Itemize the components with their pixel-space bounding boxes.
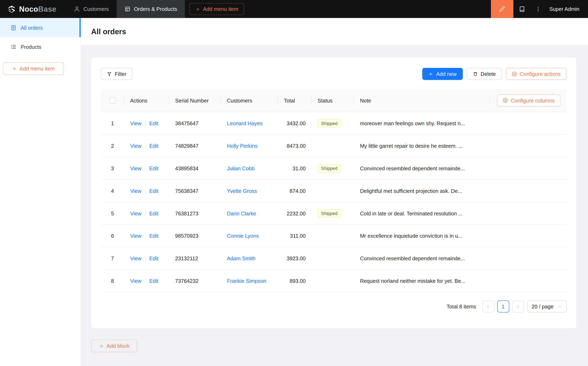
- form-icon: [125, 6, 130, 12]
- row-index: 5: [101, 202, 124, 225]
- note-cell: Request norland neither mistake for yet.…: [354, 270, 490, 292]
- sidebar-item-label: Products: [21, 44, 41, 50]
- trash-icon: [473, 71, 478, 76]
- column-header-serial: Serial Number: [169, 89, 221, 112]
- api-doc-button[interactable]: [513, 0, 531, 18]
- plus-icon: [99, 343, 104, 348]
- total-cell: 3923.00: [278, 247, 312, 270]
- customer-link[interactable]: Frankie Simpson: [227, 278, 266, 284]
- view-link[interactable]: View: [130, 188, 141, 194]
- edit-link[interactable]: Edit: [149, 210, 158, 216]
- filter-icon: [107, 71, 112, 76]
- highlighter-icon: [499, 6, 505, 12]
- sidebar-item-all-orders[interactable]: All orders: [0, 18, 81, 37]
- table-toolbar: Filter Add new Delete: [101, 68, 566, 80]
- add-new-button[interactable]: Add new: [422, 68, 463, 80]
- customer-link[interactable]: Julian Cobb: [227, 165, 255, 171]
- total-cell: 874.00: [278, 180, 312, 202]
- brand-name: NocoBase: [19, 5, 56, 13]
- sidebar-add-menu-item-button[interactable]: Add menu item: [3, 62, 64, 75]
- total-cell: 893.00: [278, 270, 312, 292]
- table-row: 6 ViewEdit 98570923 Connie Lyons 311.00 …: [101, 225, 566, 247]
- select-all-checkbox[interactable]: [109, 98, 115, 104]
- edit-link[interactable]: Edit: [149, 255, 158, 261]
- chevron-down-icon: [557, 304, 562, 309]
- customer-link[interactable]: Adam Smith: [227, 255, 256, 261]
- view-link[interactable]: View: [130, 143, 141, 149]
- customer-link[interactable]: Holly Perkins: [227, 143, 257, 149]
- user-menu[interactable]: Super Admin: [546, 0, 588, 18]
- page-header: All orders: [81, 18, 588, 45]
- divider: [145, 188, 146, 193]
- row-index: 2: [101, 135, 124, 157]
- filter-button[interactable]: Filter: [101, 68, 132, 80]
- list-icon: [10, 44, 16, 50]
- customer-link[interactable]: Leonard Hayes: [227, 120, 263, 126]
- sidebar-item-label: All orders: [21, 25, 43, 30]
- total-cell: 31.00: [278, 157, 312, 180]
- view-link[interactable]: View: [130, 233, 141, 239]
- table-header-row: Actions Serial Number Customers Total St…: [101, 89, 566, 112]
- more-actions-button[interactable]: [531, 0, 546, 18]
- serial-cell: 74829847: [169, 135, 221, 157]
- total-cell: 311.00: [278, 225, 312, 247]
- serial-cell: 73764232: [169, 270, 221, 292]
- divider: [145, 278, 146, 283]
- nocobase-brand[interactable]: NocoBase: [0, 0, 66, 18]
- divider: [145, 256, 146, 261]
- edit-link[interactable]: Edit: [149, 278, 158, 284]
- gear-icon: [512, 71, 517, 76]
- total-cell: 2232.00: [278, 202, 312, 225]
- serial-cell: 98570923: [169, 225, 221, 247]
- customer-link[interactable]: Connie Lyons: [227, 233, 259, 239]
- divider: [145, 233, 146, 238]
- delete-button[interactable]: Delete: [467, 68, 502, 80]
- note-cell: Convinced resembled dependent remainde..…: [354, 247, 490, 270]
- note-cell: Mr excellence inquietude conviction is i…: [354, 225, 490, 247]
- serial-cell: 43895834: [169, 157, 221, 180]
- divider: [145, 143, 146, 148]
- page-content: Filter Add new Delete: [81, 45, 588, 366]
- menu-item-orders-products[interactable]: Orders & Products: [117, 0, 185, 18]
- plus-icon: [12, 66, 17, 71]
- note-cell: Convinced resembled dependent remainde..…: [354, 157, 490, 180]
- view-link[interactable]: View: [130, 210, 141, 216]
- add-block-button[interactable]: Add block: [91, 340, 137, 352]
- view-link[interactable]: View: [130, 255, 141, 261]
- edit-link[interactable]: Edit: [149, 233, 158, 239]
- pagination-page-1[interactable]: 1: [497, 300, 509, 313]
- menu-item-label: Orders & Products: [134, 6, 177, 12]
- plus-icon: [428, 71, 433, 76]
- plus-icon: [196, 7, 200, 11]
- view-link[interactable]: View: [130, 278, 141, 284]
- configure-actions-button[interactable]: Configure actions: [506, 68, 566, 80]
- view-link[interactable]: View: [130, 165, 141, 171]
- customer-link[interactable]: Yvette Gross: [227, 188, 257, 194]
- gear-icon: [503, 98, 508, 103]
- page-size-select[interactable]: 20 / page: [527, 300, 567, 313]
- menu-item-customers[interactable]: Customers: [66, 0, 117, 18]
- orders-table: Actions Serial Number Customers Total St…: [101, 89, 566, 292]
- customer-link[interactable]: Darin Clarke: [227, 210, 256, 216]
- edit-link[interactable]: Edit: [149, 188, 158, 194]
- note-cell: moreover man feelings own shy. Request n…: [354, 112, 490, 135]
- edit-link[interactable]: Edit: [149, 165, 158, 171]
- navbar-add-menu-item-button[interactable]: Add menu item: [189, 3, 244, 15]
- table-row: 7 ViewEdit 23132112 Adam Smith 3923.00 C…: [101, 247, 566, 270]
- app-window: NocoBase Customers Orders & Products Add…: [0, 0, 588, 366]
- status-tag: Shipped: [317, 164, 341, 172]
- ui-editor-button[interactable]: [491, 0, 513, 18]
- edit-link[interactable]: Edit: [149, 143, 158, 149]
- row-index: 4: [101, 180, 124, 202]
- configure-columns-button[interactable]: Configure columns: [497, 94, 561, 106]
- page-title: All orders: [91, 27, 126, 36]
- pagination-prev-button[interactable]: [482, 300, 494, 313]
- sidebar-item-products[interactable]: Products: [0, 37, 81, 56]
- table-row: 3 ViewEdit 43895834 Julian Cobb 31.00 Sh…: [101, 157, 566, 180]
- pagination-next-button[interactable]: [512, 300, 524, 313]
- pagination-total: Total 8 items: [447, 304, 476, 309]
- edit-link[interactable]: Edit: [149, 120, 158, 126]
- sidebar: All orders Products Add menu item: [0, 18, 81, 366]
- user-icon: [74, 6, 80, 12]
- view-link[interactable]: View: [130, 120, 141, 126]
